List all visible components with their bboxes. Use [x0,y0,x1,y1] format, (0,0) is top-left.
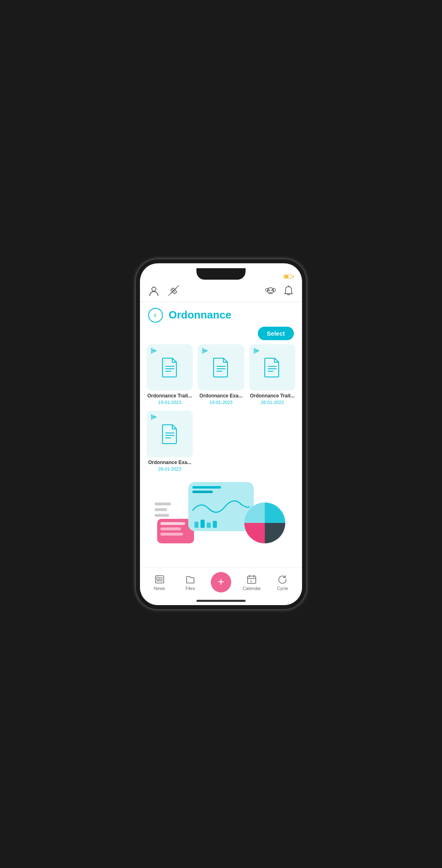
send-icon-3 [253,348,260,354]
nav-item-files[interactable]: Files [175,574,205,591]
doc-name-3: Ordonnance Trait... [250,393,295,399]
file-icon-2 [212,357,230,378]
document-grid-row2: Ordonnance Exa... 28-01-2023 [147,410,295,471]
svg-rect-26 [155,514,169,517]
back-chevron-icon: ‹ [154,311,156,319]
files-icon [185,574,196,585]
page-title: Ordonnance [169,309,231,321]
svg-point-10 [271,289,272,291]
doc-name-1: Ordonnance Trait... [147,393,192,399]
add-button[interactable]: + [211,572,231,592]
doc-name-2: Ordonnance Exa... [199,393,242,399]
nav-item-calendar[interactable]: 1 Calendar [237,574,267,591]
nav-label-cycle: Cycle [277,586,289,591]
back-button[interactable]: ‹ [148,308,163,323]
nav-item-cycle[interactable]: Cycle [267,574,298,591]
content-area: Ordonnance Trait... 19-01-2023 [140,344,302,567]
bell-icon[interactable] [283,285,294,296]
doc-name-4: Ordonnance Exa... [148,460,191,466]
nav-label-calendar: Calendar [243,586,261,591]
svg-line-4 [178,286,178,287]
document-item-1[interactable]: Ordonnance Trait... 19-01-2023 [147,344,193,405]
home-indicator [140,597,302,605]
svg-point-8 [273,288,276,292]
svg-point-9 [269,289,270,291]
file-icon-3 [263,357,281,378]
svg-point-0 [152,287,156,291]
svg-rect-25 [155,508,167,511]
plus-icon: + [218,576,224,588]
syringe-icon[interactable] [168,285,179,296]
file-icon-1 [161,357,179,378]
pie-chart [242,500,287,545]
nav-item-add[interactable]: + [205,572,236,592]
doc-date-3: 28-01-2023 [261,400,284,405]
select-button[interactable]: Select [258,327,294,340]
user-icon[interactable] [148,285,160,296]
doc-date-2: 19-01-2023 [210,400,232,405]
svg-line-5 [169,295,169,296]
doc-date-1: 19-01-2023 [158,400,181,405]
send-icon-2 [202,348,208,354]
file-icon-4 [161,423,179,444]
illustration-area [147,478,295,552]
document-item-4[interactable]: Ordonnance Exa... 28-01-2023 [147,410,193,471]
document-item-2[interactable]: Ordonnance Exa... 19-01-2023 [198,344,244,405]
send-icon-1 [151,348,157,354]
svg-rect-27 [194,522,198,528]
page-header: ‹ Ordonnance [140,302,302,327]
battery-indicator [284,274,294,279]
doc-date-4: 28-01-2023 [158,467,181,471]
monkey-icon[interactable] [264,285,277,297]
cycle-icon [277,574,288,585]
svg-text:1: 1 [250,579,252,583]
nav-label-files: Files [185,586,195,591]
select-row: Select [140,327,302,344]
nav-item-news[interactable]: News [144,574,175,591]
svg-point-7 [266,288,269,292]
document-item-3[interactable]: Ordonnance Trait... 28-01-2023 [249,344,295,405]
send-icon-4 [151,414,157,420]
document-grid-row1: Ordonnance Trait... 19-01-2023 [147,344,295,405]
app-header [140,281,302,302]
svg-rect-30 [213,521,217,528]
svg-rect-24 [155,502,171,505]
svg-rect-29 [207,523,211,528]
grey-lines-icon [155,502,175,519]
calendar-icon: 1 [246,574,257,585]
svg-rect-28 [201,520,205,528]
news-icon [154,574,165,585]
nav-label-news: News [154,586,165,591]
svg-rect-32 [157,577,159,580]
bottom-navigation: News Files + [140,567,302,597]
